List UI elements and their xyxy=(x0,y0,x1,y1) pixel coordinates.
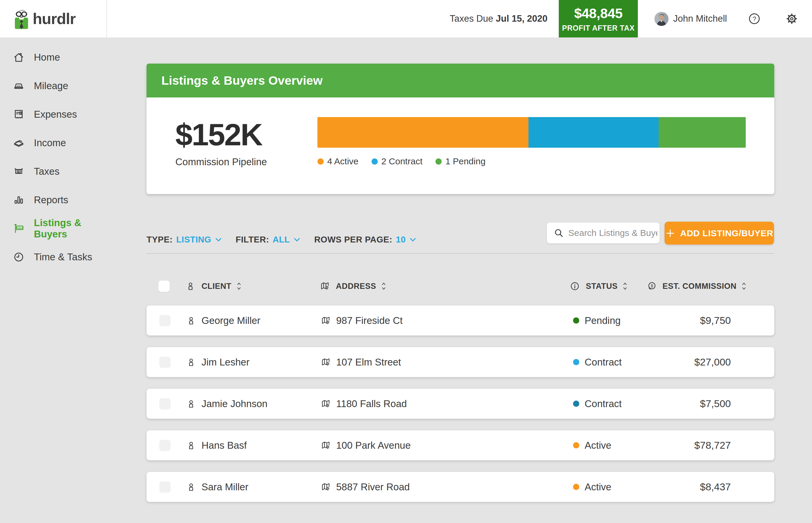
filter-dropdown[interactable]: FILTER: ALL xyxy=(236,235,301,245)
sidebar-item-label: Mileage xyxy=(34,80,68,92)
client-column-header[interactable]: CLIENT xyxy=(185,277,242,295)
select-all-checkbox[interactable] xyxy=(158,281,170,292)
profit-label: PROFIT AFTER TAX xyxy=(562,24,635,32)
sidebar-item-taxes[interactable]: Taxes xyxy=(0,157,107,186)
row-checkbox[interactable] xyxy=(159,357,170,368)
hurdlr-app: hurdlr Taxes Due Jul 15, 2020 $48,845 PR… xyxy=(0,0,812,523)
search-input[interactable] xyxy=(568,228,657,238)
coin-icon xyxy=(647,281,656,291)
client-name: Hans Basf xyxy=(201,440,247,451)
add-button-label: ADD LISTING/BUYER xyxy=(680,228,773,238)
sort-icon[interactable] xyxy=(741,281,747,292)
status-dot xyxy=(573,317,579,324)
commission-pipeline-amount: $152K xyxy=(175,117,262,152)
legend-dot-pending xyxy=(435,158,442,165)
row-checkbox[interactable] xyxy=(159,315,170,326)
hurdlr-mascot-icon xyxy=(14,6,29,31)
brand-name: hurdlr xyxy=(33,10,75,28)
type-dropdown[interactable]: TYPE: LISTING xyxy=(146,235,223,245)
sidebar-item-label: Time & Tasks xyxy=(34,251,92,263)
legend-label: 1 Pending xyxy=(445,156,485,166)
profit-after-tax-widget[interactable]: $48,845 PROFIT AFTER TAX xyxy=(559,0,638,37)
divider xyxy=(146,253,774,254)
sidebar-item-label: Taxes xyxy=(34,166,59,177)
map-pin-icon xyxy=(320,281,330,291)
legend-label: 4 Active xyxy=(327,156,358,166)
column-label: EST. COMMISSION xyxy=(663,282,737,291)
column-label: STATUS xyxy=(586,282,618,291)
address: 5887 River Road xyxy=(336,482,410,493)
rows-per-page-label: ROWS PER PAGE: xyxy=(314,235,392,245)
legend-item-active: 4 Active xyxy=(318,156,358,166)
address: 987 Fireside Ct xyxy=(336,315,403,326)
column-label: ADDRESS xyxy=(336,282,376,291)
status-text: Pending xyxy=(584,315,620,326)
address: 107 Elm Street xyxy=(336,357,401,368)
add-listing-buyer-button[interactable]: ADD LISTING/BUYER xyxy=(665,222,774,245)
sidebar-item-income[interactable]: Income xyxy=(0,129,107,157)
commission-amount: $8,437 xyxy=(700,481,731,493)
map-pin-icon xyxy=(321,440,331,450)
commission-amount: $9,750 xyxy=(700,315,731,326)
top-bar: hurdlr Taxes Due Jul 15, 2020 $48,845 PR… xyxy=(0,0,812,37)
row-checkbox[interactable] xyxy=(159,482,170,493)
main-area: Home Mileage Expenses Income Taxes Repor… xyxy=(0,37,812,523)
commission-pipeline-label: Commission Pipeline xyxy=(175,156,267,168)
status-dot xyxy=(573,401,579,407)
sidebar-item-home[interactable]: Home xyxy=(0,43,107,72)
car-icon xyxy=(13,80,25,92)
table-row[interactable]: Jim Lesher 107 Elm Street Contract $27,0… xyxy=(146,347,774,377)
user-menu[interactable]: John Mitchell xyxy=(654,12,727,26)
help-icon[interactable] xyxy=(748,12,761,25)
person-icon xyxy=(186,357,196,367)
status-column-header[interactable]: STATUS xyxy=(570,277,628,295)
table-row[interactable]: Sara Miller 5887 River Road Active $8,43… xyxy=(146,472,774,502)
table-row[interactable]: Jamie Johnson 1180 Falls Road Contract $… xyxy=(146,389,774,419)
sidebar-item-listings-buyers[interactable]: Listings & Buyers xyxy=(0,214,107,243)
gear-icon[interactable] xyxy=(785,12,798,25)
address-column-header[interactable]: ADDRESS xyxy=(320,277,387,295)
type-value: LISTING xyxy=(176,235,211,245)
status-dot xyxy=(573,359,579,365)
row-checkbox[interactable] xyxy=(159,398,170,410)
legend-label: 2 Contract xyxy=(381,156,422,166)
sort-icon[interactable] xyxy=(236,281,242,292)
sort-icon[interactable] xyxy=(622,281,628,292)
sidebar-item-time-tasks[interactable]: Time & Tasks xyxy=(0,243,107,271)
row-checkbox[interactable] xyxy=(159,440,170,451)
status-text: Active xyxy=(584,482,611,493)
legend-item-pending: 1 Pending xyxy=(435,156,485,166)
search-box xyxy=(547,222,660,244)
map-pin-icon xyxy=(321,399,331,409)
clock-icon xyxy=(13,251,25,263)
sidebar-nav: Home Mileage Expenses Income Taxes Repor… xyxy=(0,37,107,271)
sidebar-item-expenses[interactable]: Expenses xyxy=(0,100,107,129)
sort-icon[interactable] xyxy=(381,281,387,292)
brand-logo[interactable]: hurdlr xyxy=(0,0,107,37)
sidebar-item-label: Listings & Buyers xyxy=(34,217,107,240)
client-name: Jim Lesher xyxy=(201,357,249,368)
table-row[interactable]: Hans Basf 100 Park Avenue Active $78,727 xyxy=(146,430,774,460)
rows-per-page-dropdown[interactable]: ROWS PER PAGE: 10 xyxy=(314,235,417,245)
address: 1180 Falls Road xyxy=(336,398,407,410)
table-header: CLIENT ADDRESS STATUS EST. COMMISSION xyxy=(146,277,774,295)
person-icon xyxy=(186,399,196,409)
address: 100 Park Avenue xyxy=(336,440,411,451)
map-pin-icon xyxy=(321,357,331,367)
status-dot xyxy=(573,484,579,490)
listings-buyers-overview-card: Listings & Buyers Overview $152K Commiss… xyxy=(146,64,774,194)
sidebar-item-mileage[interactable]: Mileage xyxy=(0,72,107,100)
table-row[interactable]: George Miller 987 Fireside Ct Pending $9… xyxy=(146,306,774,336)
commission-column-header[interactable]: EST. COMMISSION xyxy=(647,277,747,295)
chevron-down-icon xyxy=(409,235,417,244)
user-name: John Mitchell xyxy=(673,13,727,24)
chevron-down-icon xyxy=(214,235,223,244)
taxes-due-date: Jul 15, 2020 xyxy=(496,13,547,24)
person-icon xyxy=(186,482,196,492)
person-icon xyxy=(186,440,196,450)
status-dot xyxy=(573,442,579,448)
map-pin-icon xyxy=(321,482,331,492)
rows-per-page-value: 10 xyxy=(396,235,406,245)
sidebar-item-reports[interactable]: Reports xyxy=(0,186,107,214)
status-text: Contract xyxy=(584,357,622,368)
